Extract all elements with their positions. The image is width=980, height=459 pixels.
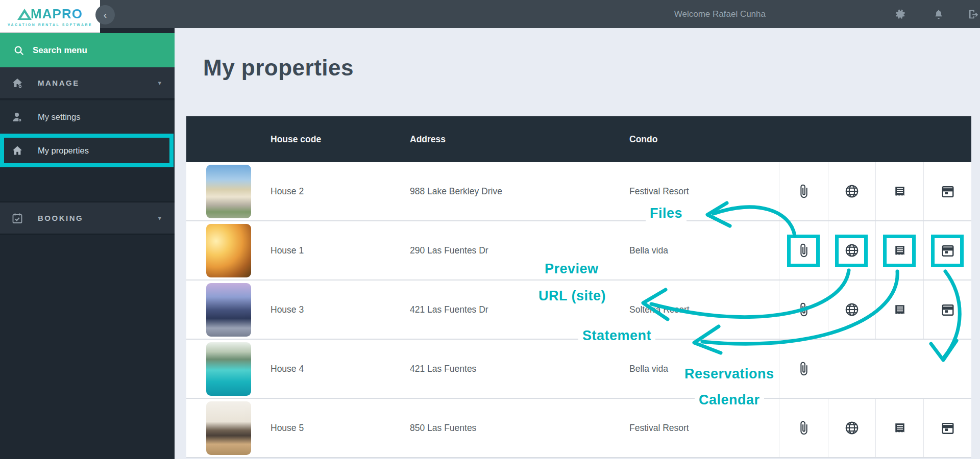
reservations-calendar-button[interactable] bbox=[923, 280, 971, 339]
brand-logo: MAPRO VACATION RENTAL SOFTWARE bbox=[0, 0, 100, 33]
brand-tagline: VACATION RENTAL SOFTWARE bbox=[8, 23, 92, 27]
files-button[interactable] bbox=[779, 399, 828, 457]
sidebar: Search menu MANAGE ▾ My settings My prop… bbox=[0, 28, 175, 459]
annotation-url-site-label: URL (site) bbox=[534, 288, 610, 304]
user-gear-icon bbox=[11, 111, 23, 123]
sidebar-section-manage[interactable]: MANAGE ▾ bbox=[0, 67, 175, 99]
house-code-cell: House 5 bbox=[271, 399, 304, 457]
house-icon bbox=[11, 144, 23, 157]
topbar: Welcome Rafael Cunha bbox=[0, 0, 980, 28]
property-photo bbox=[206, 401, 251, 455]
property-photo bbox=[206, 342, 251, 396]
table-header: House code Address Condo bbox=[186, 116, 971, 162]
reservations-calendar-button[interactable] bbox=[923, 399, 971, 457]
sidebar-item-label: My settings bbox=[38, 112, 80, 122]
preview-url-button[interactable] bbox=[828, 340, 875, 398]
reservations-calendar-button[interactable] bbox=[923, 162, 971, 220]
brand-name: MAPRO bbox=[31, 6, 83, 22]
preview-url-button[interactable] bbox=[828, 162, 875, 220]
property-photo bbox=[206, 165, 251, 218]
preview-url-button[interactable] bbox=[828, 280, 875, 339]
house-gear-icon bbox=[11, 77, 23, 89]
preview-highlight-box bbox=[835, 235, 868, 267]
search-label: Search menu bbox=[33, 45, 87, 56]
section-label: BOOKING bbox=[38, 214, 83, 222]
files-button[interactable] bbox=[779, 340, 828, 398]
sidebar-collapse-button[interactable]: ‹ bbox=[95, 5, 115, 24]
address-cell: 988 Lake Berkley Drive bbox=[410, 162, 502, 220]
annotation-calendar-label: Calendar bbox=[695, 392, 764, 409]
condo-cell: Bella vida bbox=[629, 340, 668, 398]
annotation-reservations-label: Reservations bbox=[680, 366, 778, 382]
logo-triangle-icon bbox=[17, 9, 32, 20]
sidebar-search[interactable]: Search menu bbox=[0, 33, 175, 67]
column-header-house-code: House code bbox=[271, 116, 321, 162]
table-row: House 5 850 Las Fuentes Festival Resort bbox=[186, 399, 971, 458]
chevron-down-icon: ▾ bbox=[158, 79, 161, 87]
table-row: House 4 421 Las Fuentes Bella vida bbox=[186, 340, 971, 399]
search-icon bbox=[13, 45, 24, 56]
statement-highlight-box bbox=[883, 235, 916, 267]
address-cell: 850 Las Fuentes bbox=[410, 399, 476, 457]
page-title: My properties bbox=[203, 55, 354, 81]
address-cell: 421 Las Fuentes bbox=[410, 340, 476, 398]
annotation-files-label: Files bbox=[646, 205, 687, 222]
settings-gear-icon[interactable] bbox=[895, 9, 906, 20]
house-code-cell: House 4 bbox=[271, 340, 304, 398]
statement-button[interactable] bbox=[875, 399, 923, 457]
welcome-text: Welcome Rafael Cunha bbox=[674, 0, 766, 28]
files-button[interactable] bbox=[779, 162, 828, 220]
sidebar-section-booking[interactable]: BOOKING ▾ bbox=[0, 201, 175, 235]
statement-button[interactable] bbox=[875, 280, 923, 339]
annotation-preview-label: Preview bbox=[541, 261, 603, 277]
reservations-calendar-button[interactable] bbox=[923, 340, 971, 398]
address-cell: 290 Las Fuentes Dr bbox=[410, 221, 488, 279]
sidebar-item-my-settings[interactable]: My settings bbox=[0, 100, 175, 134]
statement-button[interactable] bbox=[875, 340, 923, 398]
property-photo bbox=[206, 283, 251, 337]
table-row: House 2 988 Lake Berkley Drive Festival … bbox=[186, 162, 971, 221]
condo-cell: Bella vida bbox=[629, 221, 668, 279]
files-button[interactable] bbox=[779, 280, 828, 339]
section-label: MANAGE bbox=[38, 79, 80, 87]
calendar-check-icon bbox=[11, 212, 23, 224]
logout-icon[interactable] bbox=[968, 9, 979, 20]
my-properties-highlight-box[interactable]: My properties bbox=[0, 134, 174, 167]
sidebar-item-label: My properties bbox=[38, 146, 89, 156]
notifications-bell-icon[interactable] bbox=[933, 9, 944, 20]
house-code-cell: House 3 bbox=[271, 280, 304, 339]
column-header-condo: Condo bbox=[629, 116, 657, 162]
chevron-down-icon: ▾ bbox=[158, 214, 161, 222]
condo-cell: Festival Resort bbox=[629, 399, 689, 457]
preview-url-button[interactable] bbox=[828, 399, 875, 457]
column-header-address: Address bbox=[410, 116, 446, 162]
calendar-highlight-box bbox=[931, 235, 964, 267]
app-root: Welcome Rafael Cunha MAPRO VACATION RENT… bbox=[0, 0, 980, 459]
annotation-statement-label: Statement bbox=[578, 327, 655, 344]
files-highlight-box bbox=[787, 235, 820, 267]
house-code-cell: House 2 bbox=[271, 162, 304, 220]
address-cell: 421 Las Fuentes Dr bbox=[410, 280, 488, 339]
house-code-cell: House 1 bbox=[271, 221, 304, 279]
statement-button[interactable] bbox=[875, 162, 923, 220]
property-photo bbox=[206, 224, 251, 277]
